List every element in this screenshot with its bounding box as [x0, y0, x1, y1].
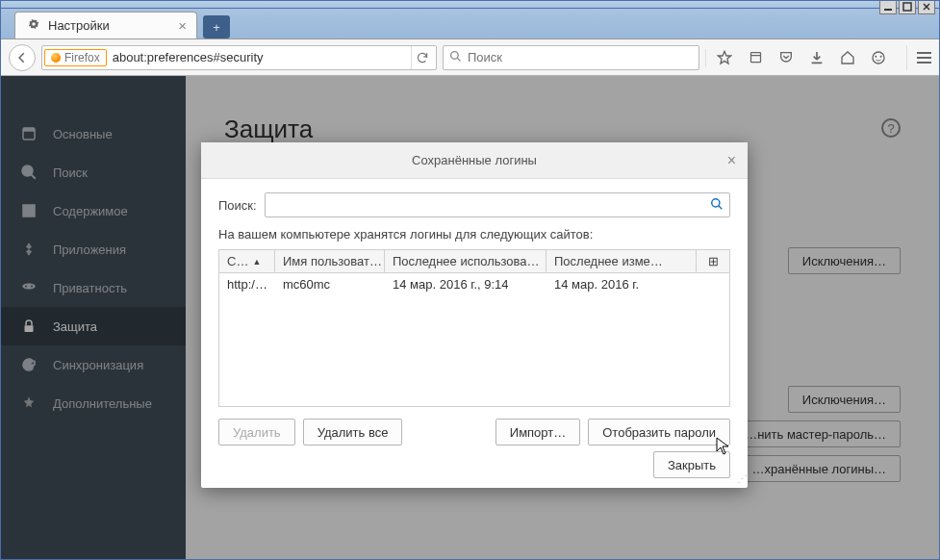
- navbar: Firefox: [1, 39, 939, 76]
- dialog-body: Поиск: На вашем компьютере хранятся логи…: [201, 179, 748, 413]
- col-last-changed[interactable]: Последнее изме…: [546, 250, 697, 272]
- sidebar-item-label: Синхронизация: [53, 358, 143, 372]
- window-controls: [879, 0, 935, 14]
- svg-rect-0: [884, 9, 892, 11]
- dialog-close-button[interactable]: ×: [727, 152, 736, 169]
- window-close-button[interactable]: [918, 0, 935, 14]
- show-passwords-button[interactable]: Отобразить пароли: [588, 419, 730, 445]
- lock-icon: [20, 318, 38, 335]
- svg-rect-1: [903, 3, 911, 11]
- downloads-icon[interactable]: [808, 49, 826, 66]
- identity-box[interactable]: Firefox: [44, 49, 107, 66]
- login-search-input[interactable]: [271, 194, 710, 216]
- delete-button: Удалить: [218, 419, 295, 445]
- cell-user: mc60mc: [275, 277, 385, 292]
- cell-last-used: 14 мар. 2016 г., 9:14: [385, 277, 546, 292]
- search-icon: [449, 50, 462, 65]
- advanced-icon: [20, 395, 38, 412]
- chat-icon[interactable]: [870, 49, 887, 66]
- search-icon: [20, 164, 38, 181]
- sidebar-item-label: Основные: [53, 127, 113, 141]
- sidebar-item-label: Защита: [53, 319, 97, 334]
- dialog-description: На вашем компьютере хранятся логины для …: [218, 227, 730, 242]
- search-label: Поиск:: [218, 198, 257, 213]
- close-button[interactable]: Закрыть: [653, 451, 730, 478]
- sidebar-item-sync[interactable]: Синхронизация: [1, 345, 186, 384]
- search-bar[interactable]: [443, 45, 699, 70]
- sync-icon: [20, 356, 38, 373]
- saved-logins-button[interactable]: …хранённые логины…: [738, 455, 901, 482]
- menu-button[interactable]: [906, 45, 931, 70]
- exceptions-button-2[interactable]: Исключения…: [788, 386, 901, 413]
- sidebar-item-security[interactable]: Защита: [1, 307, 186, 345]
- svg-point-9: [22, 165, 33, 176]
- logins-table: С…▲ Имя пользоват… Последнее использова……: [218, 249, 730, 407]
- cell-site: http://w…: [219, 277, 275, 292]
- col-username[interactable]: Имя пользоват…: [275, 250, 385, 272]
- sidebar-item-label: Дополнительные: [53, 396, 152, 411]
- content-icon: [20, 202, 38, 219]
- search-row: Поиск:: [218, 192, 730, 217]
- back-button[interactable]: [9, 44, 36, 71]
- column-picker-button[interactable]: ⊞: [697, 250, 729, 272]
- sidebar-item-applications[interactable]: Приложения: [1, 230, 186, 268]
- home-icon[interactable]: [839, 49, 856, 66]
- tab-settings[interactable]: Настройки ×: [14, 12, 197, 38]
- saved-logins-dialog: Сохранённые логины × Поиск: На вашем ком…: [201, 142, 748, 488]
- library-icon[interactable]: [747, 49, 764, 66]
- sidebar-item-label: Приложения: [53, 242, 126, 257]
- preferences-sidebar: Основные Поиск Содержимое Приложения При…: [1, 76, 186, 559]
- svg-rect-3: [750, 53, 760, 63]
- svg-point-14: [712, 198, 720, 206]
- reload-button[interactable]: [411, 46, 434, 69]
- toolbar-icons: [705, 49, 893, 66]
- gear-icon: [27, 17, 40, 34]
- maximize-button[interactable]: [899, 0, 916, 14]
- applications-icon: [20, 241, 38, 258]
- help-button[interactable]: ?: [881, 118, 901, 138]
- master-password-button[interactable]: …нить мастер-пароль…: [730, 420, 901, 447]
- dialog-header: Сохранённые логины ×: [201, 142, 748, 179]
- sort-asc-icon: ▲: [252, 257, 261, 267]
- import-button[interactable]: Импорт…: [495, 419, 580, 445]
- table-body: http://w… mc60mc 14 мар. 2016 г., 9:14 1…: [219, 273, 729, 406]
- tab-close-icon[interactable]: ×: [178, 17, 187, 34]
- search-input[interactable]: [468, 47, 693, 68]
- col-last-used[interactable]: Последнее использова…: [385, 250, 546, 272]
- tab-title: Настройки: [48, 18, 170, 33]
- svg-point-11: [25, 286, 27, 288]
- minimize-button[interactable]: [879, 0, 897, 14]
- new-tab-button[interactable]: +: [203, 15, 230, 38]
- table-row[interactable]: http://w… mc60mc 14 мар. 2016 г., 9:14 1…: [219, 273, 729, 294]
- sidebar-item-search[interactable]: Поиск: [1, 153, 186, 191]
- exceptions-button-1[interactable]: Исключения…: [788, 247, 901, 274]
- firefox-icon: [51, 53, 61, 63]
- sidebar-item-privacy[interactable]: Приватность: [1, 268, 186, 307]
- bookmark-star-icon[interactable]: [716, 49, 733, 66]
- delete-all-button[interactable]: Удалить все: [303, 419, 403, 445]
- page-title: Защита: [224, 115, 901, 144]
- tab-strip: Настройки × +: [1, 9, 939, 39]
- svg-point-5: [875, 55, 876, 57]
- sidebar-item-label: Содержимое: [53, 204, 128, 218]
- window-titlebar: [1, 1, 939, 9]
- url-input[interactable]: [113, 47, 411, 68]
- table-header: С…▲ Имя пользоват… Последнее использова……: [219, 250, 729, 273]
- dialog-title: Сохранённые логины: [412, 153, 537, 167]
- url-bar[interactable]: Firefox: [41, 45, 437, 70]
- svg-rect-8: [23, 128, 35, 132]
- cell-last-changed: 14 мар. 2016 г.: [546, 277, 697, 292]
- sidebar-item-content[interactable]: Содержимое: [1, 191, 186, 230]
- sidebar-item-label: Поиск: [53, 165, 88, 180]
- sidebar-item-general[interactable]: Основные: [1, 115, 186, 153]
- identity-label: Firefox: [64, 51, 100, 64]
- pocket-icon[interactable]: [777, 49, 795, 66]
- dialog-footer: Удалить Удалить все Импорт… Отобразить п…: [201, 413, 748, 445]
- svg-point-12: [31, 286, 33, 288]
- login-search-field[interactable]: [265, 192, 730, 217]
- search-icon: [710, 197, 724, 214]
- col-site[interactable]: С…▲: [219, 250, 275, 272]
- svg-rect-13: [25, 325, 34, 332]
- sidebar-item-advanced[interactable]: Дополнительные: [1, 384, 186, 422]
- svg-point-4: [873, 52, 884, 64]
